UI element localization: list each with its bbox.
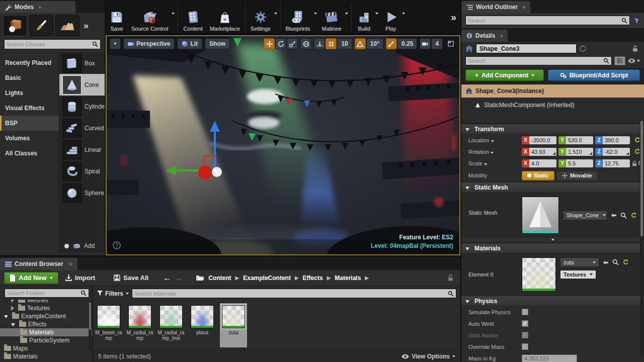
scale-x-field[interactable]: 4.0 xyxy=(529,159,556,167)
tree-item-particlesystem[interactable]: ParticleSystem xyxy=(0,336,92,344)
static-mesh-thumbnail[interactable] xyxy=(522,197,559,234)
shape-spiral-stair[interactable]: Spiral xyxy=(59,160,105,182)
tree-item-maps[interactable]: Maps xyxy=(0,344,92,352)
location-z-field[interactable]: 390.0 xyxy=(603,136,630,144)
tab-content-browser[interactable]: Content Browser ✕ xyxy=(0,258,77,270)
blueprints-dropdown[interactable] xyxy=(314,0,318,34)
world-local-toggle-button[interactable] xyxy=(300,38,311,49)
forward-button[interactable]: → xyxy=(174,274,182,283)
blueprints-button[interactable]: Blueprints xyxy=(282,0,314,34)
lock-icon[interactable] xyxy=(632,45,638,52)
details-search[interactable] xyxy=(465,56,612,65)
viewport-3d[interactable]: Perspective Lit Show xyxy=(106,35,460,255)
category-basic[interactable]: Basic xyxy=(0,70,59,85)
breadcrumb-materials[interactable]: Materials xyxy=(335,275,361,282)
rotation-y-field[interactable]: 1.510◢ xyxy=(566,148,593,156)
breadcrumb-content[interactable]: Content xyxy=(208,275,231,282)
filters-button[interactable]: Filters xyxy=(97,290,129,297)
modes-search[interactable] xyxy=(4,39,101,49)
details-scrollbar[interactable] xyxy=(640,120,643,356)
mode-overflow-button[interactable]: » xyxy=(82,21,91,31)
edit-loop-icon[interactable] xyxy=(580,45,586,52)
shape-box[interactable]: Box xyxy=(59,52,105,74)
close-icon[interactable]: ▾ xyxy=(39,5,41,10)
breadcrumb-examplecontent[interactable]: ExampleContent xyxy=(243,275,291,282)
matinee-dropdown[interactable] xyxy=(345,0,350,34)
tree-item-meshes[interactable]: Meshes xyxy=(0,300,92,304)
build-dropdown[interactable] xyxy=(375,0,380,34)
play-button[interactable]: Play xyxy=(380,0,402,34)
camera-speed-value[interactable]: 4 xyxy=(431,38,443,49)
paint-mode-button[interactable] xyxy=(29,15,53,36)
override-mass-checkbox[interactable] xyxy=(522,343,528,350)
tree-item-textures[interactable]: Textures xyxy=(0,304,92,312)
use-selected-arrow-icon[interactable]: ⬅ xyxy=(611,212,616,219)
rotation-snap-value[interactable]: 10° xyxy=(366,38,383,49)
rotation-snap-button[interactable] xyxy=(355,38,366,49)
folders-search-input[interactable] xyxy=(7,290,78,296)
tree-scrollbar[interactable] xyxy=(89,300,92,350)
actor-name-input[interactable] xyxy=(476,44,577,53)
marketplace-button[interactable]: Marketplace xyxy=(206,0,244,34)
browse-icon[interactable] xyxy=(612,259,619,265)
shape-cylinder[interactable]: Cylinder xyxy=(59,96,105,117)
back-button[interactable]: ← xyxy=(163,274,171,283)
asset-zuta[interactable]: zuta xyxy=(220,303,247,347)
asset-m-beam-ramp[interactable]: M_beam_ramp xyxy=(95,303,122,343)
shape-curved-stair[interactable]: Curved xyxy=(59,117,105,139)
modes-search-input[interactable] xyxy=(7,41,90,47)
lock-icon[interactable] xyxy=(448,275,453,281)
asset-m-radial-ramp-inst[interactable]: M_radial_ramp_Inst xyxy=(157,303,185,343)
save-all-button[interactable]: Save All xyxy=(110,272,152,284)
category-recently-placed[interactable]: Recently Placed xyxy=(0,55,59,70)
grid-snap-button[interactable] xyxy=(326,38,337,49)
details-search-input[interactable] xyxy=(468,58,601,64)
view-options-button[interactable]: View Options xyxy=(401,353,455,360)
close-icon[interactable]: ▾ xyxy=(523,5,525,10)
section-transform[interactable]: Transform xyxy=(461,124,644,134)
browse-icon[interactable] xyxy=(620,212,627,219)
place-mode-button[interactable] xyxy=(3,15,27,36)
surface-snap-button[interactable] xyxy=(314,38,325,49)
help-icon[interactable]: ? xyxy=(113,241,121,249)
scale-snap-button[interactable] xyxy=(386,38,397,49)
scale-y-field[interactable]: 5.5 xyxy=(566,159,593,167)
close-icon[interactable]: ✕ xyxy=(68,261,72,267)
folders-search[interactable] xyxy=(5,289,89,298)
details-grid-view-button[interactable] xyxy=(614,56,625,65)
location-x-field[interactable]: -3500.0 xyxy=(529,136,556,144)
save-button[interactable]: Save xyxy=(106,0,128,34)
asset-m-radial-ramp[interactable]: M_radial_ramp xyxy=(126,303,153,343)
material-select[interactable]: zuta xyxy=(560,257,599,267)
shape-sphere[interactable]: Sphere xyxy=(59,182,105,204)
reset-rotation-button[interactable] xyxy=(634,149,640,154)
world-outliner-search[interactable] xyxy=(465,16,630,25)
matinee-button[interactable]: Matinee xyxy=(318,0,345,34)
shape-cone[interactable]: Cone xyxy=(59,74,105,96)
world-outliner-search-input[interactable] xyxy=(468,18,619,24)
reset-icon[interactable] xyxy=(631,213,636,218)
tab-modes[interactable]: Modes ▾ xyxy=(0,1,75,13)
scale-lock-icon[interactable] xyxy=(632,160,637,166)
tree-item-examplecontent[interactable]: ExampleContent xyxy=(0,312,92,320)
play-dropdown[interactable] xyxy=(402,0,407,34)
breadcrumb-effects[interactable]: Effects xyxy=(303,275,323,282)
grid-snap-value[interactable]: 10 xyxy=(337,38,352,49)
move-tool-button[interactable] xyxy=(264,38,275,49)
show-menu-button[interactable]: Show xyxy=(205,38,230,49)
material-thumbnail[interactable] xyxy=(522,257,556,292)
add-radio-button[interactable] xyxy=(64,244,69,248)
import-button[interactable]: Import xyxy=(61,272,99,284)
simulate-physics-checkbox[interactable] xyxy=(522,309,528,315)
shape-linear-stair[interactable]: Linear xyxy=(59,139,105,160)
rotate-tool-button[interactable] xyxy=(275,38,286,49)
source-control-dropdown[interactable] xyxy=(172,0,176,34)
tree-item-materials[interactable]: Materials xyxy=(0,328,92,336)
textures-dropdown[interactable]: Textures xyxy=(560,270,596,279)
use-selected-arrow-icon[interactable]: ⬅ xyxy=(603,259,608,266)
assets-search[interactable] xyxy=(132,289,456,298)
section-static-mesh[interactable]: Static Mesh xyxy=(461,182,644,193)
tree-item-materials-root[interactable]: Materials xyxy=(0,352,92,359)
mobility-movable-button[interactable]: Movable xyxy=(556,171,598,180)
source-control-button[interactable]: Source Control xyxy=(128,0,172,34)
